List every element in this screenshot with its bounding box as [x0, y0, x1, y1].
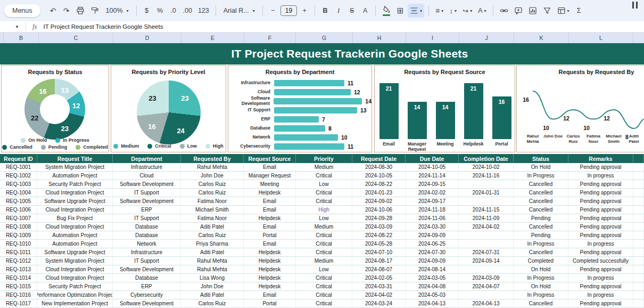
cell[interactable]: REQ-1007: [0, 214, 37, 222]
cell[interactable]: 2024-09-02: [352, 197, 406, 205]
column-header-K[interactable]: K: [514, 33, 569, 43]
increase-decimal-button[interactable]: .00: [181, 4, 194, 18]
cell[interactable]: Bug Fix Project: [37, 214, 113, 222]
cell[interactable]: Low: [296, 214, 352, 222]
cell[interactable]: Manager Request: [244, 172, 296, 180]
cell[interactable]: Cybersecurity: [113, 291, 181, 299]
cell[interactable]: Cancelled: [514, 180, 568, 188]
cell[interactable]: Helpdesk: [244, 248, 296, 256]
cell[interactable]: Critical: [296, 248, 352, 256]
cell[interactable]: ERP: [113, 206, 181, 214]
cell[interactable]: REQ-1001: [0, 163, 37, 171]
text-rotation-icon[interactable]: A▾: [476, 4, 488, 18]
cell[interactable]: 2024-08-14: [406, 265, 459, 273]
cell[interactable]: Critical: [296, 231, 352, 239]
cell[interactable]: 2024-07-10: [352, 248, 406, 256]
column-header-E[interactable]: E: [181, 33, 244, 43]
zoom-select[interactable]: 100%▾: [103, 4, 132, 18]
cell[interactable]: Pending: [514, 214, 568, 222]
cell[interactable]: 2024-09-09: [406, 231, 459, 239]
section-divider-icon[interactable]: [632, 2, 638, 9]
menus-button[interactable]: Menus: [4, 4, 40, 17]
cell[interactable]: Pending approval: [568, 248, 633, 256]
cell[interactable]: Software Upgrade Project: [37, 197, 113, 205]
cell[interactable]: Helpdesk: [244, 274, 296, 282]
filter-icon[interactable]: [541, 4, 554, 18]
cell[interactable]: 2024-03-24: [352, 299, 406, 307]
cell[interactable]: Pending approval: [568, 163, 633, 171]
cell[interactable]: 2024-08-22: [352, 180, 406, 188]
cell[interactable]: In progress: [568, 172, 633, 180]
cell[interactable]: 2024-09-09: [406, 257, 459, 265]
cell[interactable]: Carlos Ruiz: [181, 299, 244, 307]
decrease-decimal-button[interactable]: .0: [168, 4, 179, 18]
increase-font-size-button[interactable]: +: [299, 4, 310, 18]
cell[interactable]: Aditi Patel: [181, 223, 244, 231]
table-views-icon[interactable]: ▾: [555, 4, 572, 18]
cell[interactable]: 2024-03-31: [352, 282, 406, 290]
cell[interactable]: Carlos Ruiz: [181, 231, 244, 239]
cell[interactable]: Critical: [296, 189, 352, 197]
cell[interactable]: REQ-1011: [0, 248, 37, 256]
cell[interactable]: REQ-1015: [0, 282, 37, 290]
cell[interactable]: Cloud: [113, 172, 181, 180]
cell[interactable]: Pending approval: [568, 214, 633, 222]
cell[interactable]: 2024-02-02: [406, 189, 459, 197]
cell[interactable]: 2024-03-05: [406, 274, 459, 282]
table-column-header[interactable]: Request Date: [352, 154, 406, 163]
insert-chart-icon[interactable]: [526, 4, 539, 18]
cell[interactable]: Email: [244, 197, 296, 205]
cell[interactable]: Low: [296, 180, 352, 188]
cell[interactable]: 2024-09-14: [459, 257, 514, 265]
cell[interactable]: Email: [244, 291, 296, 299]
title-cell[interactable]: IT Project Request Trackerin Google Shee…: [0, 43, 644, 64]
cell[interactable]: Infrastructure: [113, 163, 181, 171]
currency-format-button[interactable]: $: [141, 4, 153, 18]
cell[interactable]: On Hold: [514, 282, 568, 290]
cell[interactable]: 2024-09-17: [406, 197, 459, 205]
font-select[interactable]: Arial R...▾: [220, 4, 258, 18]
cell[interactable]: REQ-1012: [0, 257, 37, 265]
cell[interactable]: John Doe: [181, 282, 244, 290]
cell[interactable]: Pending approval: [568, 282, 633, 290]
cell[interactable]: REQ-1013: [0, 265, 37, 273]
cell[interactable]: 2024-09-28: [352, 214, 406, 222]
cell[interactable]: 2024-07-31: [459, 248, 514, 256]
cell[interactable]: Database: [113, 231, 181, 239]
cell[interactable]: Rahul Mehta: [181, 257, 244, 265]
cell[interactable]: Software Development: [113, 265, 181, 273]
italic-button[interactable]: I: [333, 4, 344, 18]
cell[interactable]: REQ-1009: [0, 231, 37, 239]
cell[interactable]: Cancelled: [514, 197, 568, 205]
cell[interactable]: Medium: [296, 257, 352, 265]
cell[interactable]: In Progress: [514, 240, 568, 248]
strikethrough-button[interactable]: S: [346, 4, 358, 18]
chart-requests-by-priority-level[interactable]: Requests by Priority Level23241623Medium…: [111, 65, 226, 152]
cell[interactable]: Database: [113, 274, 181, 282]
cell[interactable]: REQ-1008: [0, 223, 37, 231]
cell[interactable]: [633, 214, 644, 222]
table-column-header[interactable]: Completion Date: [459, 154, 514, 163]
cell[interactable]: [633, 291, 644, 299]
percent-format-button[interactable]: %: [154, 4, 166, 18]
undo-icon[interactable]: ↶: [47, 4, 59, 18]
cell[interactable]: Completed: [514, 257, 568, 265]
cell[interactable]: [459, 265, 514, 273]
cell[interactable]: [633, 231, 644, 239]
cell[interactable]: 2024-08-07: [352, 265, 406, 273]
cell[interactable]: Cloud Integration Project: [37, 265, 113, 273]
cell[interactable]: Medium: [296, 163, 352, 171]
borders-icon[interactable]: ⊞: [394, 4, 406, 18]
cell[interactable]: Performance Optimization Project: [37, 291, 113, 299]
cell[interactable]: 2024-04-07: [459, 282, 514, 290]
cell[interactable]: [633, 257, 644, 265]
name-box-dropdown-icon[interactable]: ▼: [15, 25, 19, 29]
cell[interactable]: 2024-04-02: [352, 291, 406, 299]
cell[interactable]: In Progress: [514, 274, 568, 282]
cell[interactable]: Email: [244, 223, 296, 231]
cell[interactable]: Critical: [296, 172, 352, 180]
cell[interactable]: Michael Smith: [181, 206, 244, 214]
cell[interactable]: 2024-04-13: [459, 299, 514, 307]
more-formats-button[interactable]: 123: [196, 4, 211, 18]
cell[interactable]: Helpdesk: [244, 282, 296, 290]
